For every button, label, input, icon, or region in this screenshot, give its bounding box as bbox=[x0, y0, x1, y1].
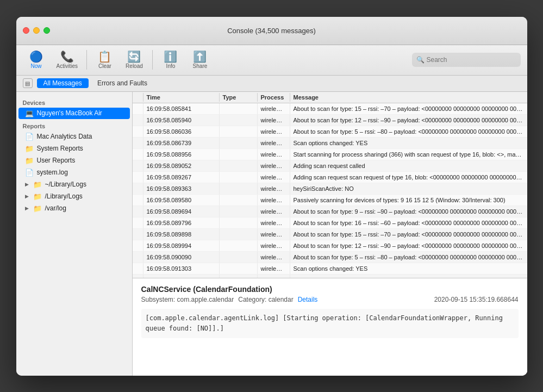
cell-time: 16:09:58.089580 bbox=[143, 195, 220, 206]
sidebar-toggle[interactable]: ▤ bbox=[23, 78, 33, 88]
cell-time: 16:09:58.089994 bbox=[143, 240, 220, 251]
info-label: Info bbox=[166, 63, 176, 69]
activities-icon: 📞 bbox=[60, 51, 74, 62]
cell-type bbox=[220, 103, 258, 114]
folder-icon-4: 📁 bbox=[33, 192, 42, 201]
log-table-header: Time Type Process Message bbox=[133, 92, 527, 103]
table-row[interactable]: 16:09:58.089796 wirele… About to scan fo… bbox=[133, 217, 527, 229]
cell-check bbox=[133, 172, 143, 183]
table-row[interactable]: 16:09:58.091303 wirele… Scan options cha… bbox=[133, 263, 527, 275]
cell-check bbox=[133, 263, 143, 274]
folder-icon-2: 📁 bbox=[25, 157, 34, 165]
detail-link[interactable]: Details bbox=[298, 296, 318, 303]
cell-type bbox=[220, 229, 258, 240]
search-input[interactable] bbox=[427, 56, 516, 64]
doc-icon-1: 📄 bbox=[25, 133, 34, 141]
reload-label: Reload bbox=[126, 63, 143, 69]
table-row[interactable]: 16:09:58.089898 wirele… About to scan fo… bbox=[133, 229, 527, 240]
clear-label: Clear bbox=[98, 63, 111, 69]
maximize-button[interactable] bbox=[43, 27, 50, 34]
share-icon: ⬆️ bbox=[193, 51, 207, 62]
share-button[interactable]: ⬆️ Share bbox=[186, 49, 214, 71]
table-row[interactable]: 16:09:58.089052 wirele… Adding scan requ… bbox=[133, 160, 527, 172]
info-button[interactable]: ℹ️ Info bbox=[157, 49, 184, 71]
cell-type bbox=[220, 183, 258, 194]
col-header-process: Process bbox=[258, 93, 290, 102]
activities-button[interactable]: 📞 Activities bbox=[52, 49, 82, 71]
cell-check bbox=[133, 240, 143, 251]
cell-message: About to scan for type: 15 – rssi: –70 –… bbox=[290, 103, 527, 114]
cell-time: 16:09:58.089052 bbox=[143, 160, 220, 171]
col-header-message: Message bbox=[290, 93, 527, 102]
sidebar-item-user-reports[interactable]: 📁 User Reports bbox=[18, 155, 130, 166]
table-row[interactable]: 16:09:58.085940 wirele… About to scan fo… bbox=[133, 115, 527, 126]
cell-process: wirele… bbox=[258, 252, 290, 263]
cell-time: 16:09:58.085841 bbox=[143, 103, 220, 114]
cell-check bbox=[133, 206, 143, 217]
main-content: Devices 💻 Nguyen's MacBook Air Reports 📄… bbox=[16, 92, 527, 376]
doc-icon-2: 📄 bbox=[25, 169, 34, 177]
cell-type bbox=[220, 126, 258, 137]
toolbar-separator-2 bbox=[152, 50, 153, 70]
cell-message: Scan options changed: YES bbox=[290, 263, 527, 274]
cell-process: wirele… bbox=[258, 160, 290, 171]
toolbar-separator-1 bbox=[86, 50, 87, 70]
table-row[interactable]: 16:09:58.090090 wirele… About to scan fo… bbox=[133, 252, 527, 263]
log-table[interactable]: 16:09:58.085841 wirele… About to scan fo… bbox=[133, 103, 527, 278]
traffic-lights bbox=[23, 27, 50, 34]
cell-type bbox=[220, 138, 258, 148]
titlebar: Console (34,500 messages) bbox=[16, 17, 527, 45]
col-header-checkbox bbox=[133, 93, 143, 102]
table-row[interactable]: 16:09:58.089994 wirele… About to scan fo… bbox=[133, 240, 527, 252]
cell-check bbox=[133, 229, 143, 240]
cell-type bbox=[220, 149, 258, 160]
search-icon: 🔍 bbox=[416, 56, 425, 64]
col-header-type: Type bbox=[220, 93, 258, 102]
cell-type bbox=[220, 172, 258, 183]
expand-arrow-1: ▶ bbox=[25, 182, 29, 187]
cell-process: wirele… bbox=[258, 103, 290, 114]
table-row[interactable]: 16:09:58.088956 wirele… Start scanning f… bbox=[133, 149, 527, 160]
sidebar-item-library-logs-user[interactable]: ▶ 📁 ~/Library/Logs bbox=[18, 179, 130, 190]
folder-icon-3: 📁 bbox=[33, 181, 42, 189]
table-row[interactable]: 16:09:58.089580 wirele… Passively scanni… bbox=[133, 195, 527, 206]
cell-process: wirele… bbox=[258, 195, 290, 206]
cell-time: 16:09:58.089363 bbox=[143, 183, 220, 194]
tab-all-messages[interactable]: All Messages bbox=[37, 78, 89, 88]
cell-check bbox=[133, 183, 143, 194]
reports-header: Reports bbox=[16, 120, 132, 130]
sidebar-item-macbook[interactable]: 💻 Nguyen's MacBook Air bbox=[18, 108, 130, 119]
tab-errors-faults[interactable]: Errors and Faults bbox=[91, 78, 154, 88]
reload-icon: 🔄 bbox=[127, 51, 141, 62]
laptop-icon: 💻 bbox=[25, 109, 34, 117]
sidebar-item-system-log[interactable]: 📄 system.log bbox=[18, 167, 130, 178]
cell-message: heySiriScanActive: NO bbox=[290, 183, 527, 194]
table-row[interactable]: 16:09:58.085841 wirele… About to scan fo… bbox=[133, 103, 527, 115]
cell-time: 16:09:58.090090 bbox=[143, 252, 220, 263]
cell-message: About to scan for type: 16 – rssi: –60 –… bbox=[290, 217, 527, 228]
sidebar-item-mac-analytics[interactable]: 📄 Mac Analytics Data bbox=[18, 131, 130, 142]
now-button[interactable]: 🔵 Now bbox=[23, 49, 50, 71]
search-bar[interactable]: 🔍 bbox=[412, 53, 521, 67]
cell-message: Scan options changed: YES bbox=[290, 138, 527, 148]
clear-button[interactable]: 📋 Clear bbox=[91, 49, 118, 71]
table-row[interactable]: 16:09:58.086036 wirele… About to scan fo… bbox=[133, 126, 527, 138]
table-row[interactable]: 16:09:58.089363 wirele… heySiriScanActiv… bbox=[133, 183, 527, 195]
table-row[interactable]: 16:09:58.086739 wirele… Scan options cha… bbox=[133, 138, 527, 149]
sidebar-item-library-logs[interactable]: ▶ 📁 /Library/Logs bbox=[18, 191, 130, 202]
table-row[interactable]: 16:09:58.089694 wirele… About to scan fo… bbox=[133, 206, 527, 217]
toolbar: 🔵 Now 📞 Activities 📋 Clear 🔄 Reload ℹ️ I… bbox=[16, 45, 527, 76]
sidebar-item-system-reports[interactable]: 📁 System Reports bbox=[18, 143, 130, 154]
minimize-button[interactable] bbox=[33, 27, 40, 34]
reload-button[interactable]: 🔄 Reload bbox=[121, 49, 148, 71]
cell-check bbox=[133, 217, 143, 228]
close-button[interactable] bbox=[23, 27, 29, 34]
cell-type bbox=[220, 240, 258, 251]
detail-panel: CalNCService (CalendarFoundation) Subsys… bbox=[133, 278, 527, 376]
cell-process: wirele… bbox=[258, 138, 290, 148]
folder-icon-5: 📁 bbox=[33, 204, 42, 213]
sidebar-item-var-log[interactable]: ▶ 📁 /var/log bbox=[18, 203, 130, 214]
cell-type bbox=[220, 263, 258, 274]
table-row[interactable]: 16:09:58.089267 wirele… Adding scan requ… bbox=[133, 172, 527, 183]
cell-time: 16:09:58.089898 bbox=[143, 229, 220, 240]
